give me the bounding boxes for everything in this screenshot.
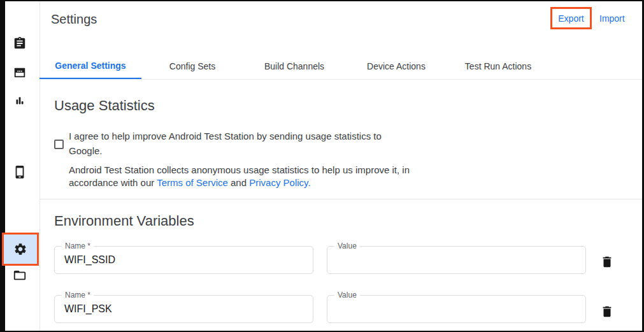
tab-test-run-actions[interactable]: Test Run Actions: [447, 53, 549, 79]
privacy-policy-link[interactable]: Privacy Policy: [249, 177, 308, 188]
folder-icon[interactable]: [13, 268, 27, 282]
usage-statistics-checkbox[interactable]: [54, 140, 64, 149]
calendar-icon[interactable]: [13, 66, 27, 80]
export-button[interactable]: Export: [558, 13, 583, 24]
env-name-field: Name *: [54, 246, 313, 274]
env-name-input[interactable]: [64, 296, 304, 322]
env-value-field: Value: [327, 295, 586, 323]
import-button[interactable]: Import: [599, 13, 625, 24]
trash-icon: [600, 261, 614, 271]
export-annotation-box: Export: [550, 7, 592, 29]
env-name-input[interactable]: [64, 247, 304, 273]
section-divider: [40, 199, 642, 199]
screenshot-frame-left: [0, 0, 5, 332]
delete-row-button[interactable]: [600, 255, 614, 269]
settings-highlight-box: [2, 233, 39, 266]
delete-row-button[interactable]: [600, 305, 614, 319]
tab-config-sets[interactable]: Config Sets: [141, 53, 243, 79]
clipboard-icon[interactable]: [13, 36, 27, 50]
bar-chart-icon[interactable]: [13, 94, 27, 108]
env-value-input[interactable]: [337, 296, 576, 322]
settings-tabbar: General Settings Config Sets Build Chann…: [39, 53, 642, 80]
terms-of-service-link[interactable]: Terms of Service: [157, 177, 228, 188]
screenshot-frame-top: [0, 0, 644, 1]
environment-variables-heading: Environment Variables: [54, 212, 194, 230]
tab-general-settings[interactable]: General Settings: [39, 53, 141, 79]
env-value-input[interactable]: [337, 247, 576, 273]
usage-agree-line1: I agree to help improve Android Test Sta…: [69, 129, 382, 143]
sidebar-divider: [39, 1, 40, 331]
usage-agree-line2: Google.: [69, 143, 382, 158]
tab-device-actions[interactable]: Device Actions: [345, 53, 447, 79]
page-title: Settings: [51, 11, 97, 27]
smartphone-icon[interactable]: [13, 165, 27, 179]
trash-icon: [600, 311, 614, 321]
usage-info-text: Android Test Station collects anonymous …: [69, 164, 410, 189]
usage-info-line2: accordance with our Terms of Service and…: [69, 177, 410, 189]
env-name-field: Name *: [54, 295, 313, 323]
settings-icon[interactable]: [13, 242, 27, 256]
usage-statistics-heading: Usage Statistics: [54, 97, 155, 115]
tab-build-channels[interactable]: Build Channels: [243, 53, 345, 79]
env-value-field: Value: [327, 246, 586, 274]
usage-agree-text: I agree to help improve Android Test Sta…: [69, 129, 382, 158]
usage-info-line1: Android Test Station collects anonymous …: [69, 164, 410, 177]
